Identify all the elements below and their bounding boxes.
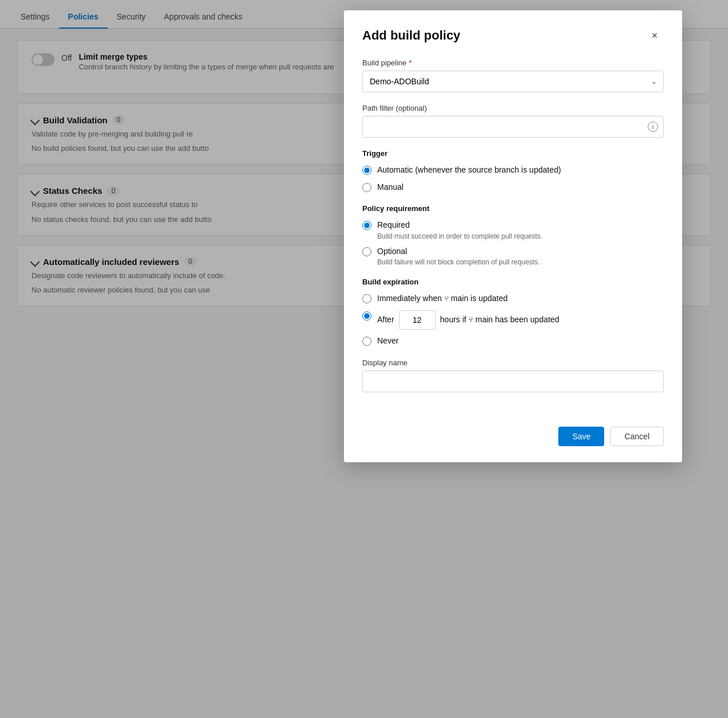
req-required-option: Required Build must succeed in order to … xyxy=(362,220,664,240)
exp-never-option: Never xyxy=(362,335,664,347)
exp-after-label-before[interactable]: After xyxy=(377,314,394,326)
dialog-close-button[interactable]: × xyxy=(645,26,664,45)
exp-immediately-option: Immediately when ⑂ main is updated xyxy=(362,293,664,305)
exp-after-option: After hours if ⑂ main has been updated xyxy=(362,310,664,330)
policy-requirement-group: Policy requirement Required Build must s… xyxy=(362,204,664,266)
branch-icon-2: ⑂ xyxy=(468,315,473,324)
exp-never-radio[interactable] xyxy=(362,337,371,346)
exp-immediately-radio[interactable] xyxy=(362,294,371,303)
req-optional-option: Optional Build failure will not block co… xyxy=(362,246,664,267)
req-optional-radio[interactable] xyxy=(362,247,371,256)
path-filter-input-wrapper: i xyxy=(362,116,664,138)
req-required-radio[interactable] xyxy=(362,221,371,230)
trigger-group: Trigger Automatic (whenever the source b… xyxy=(362,149,664,193)
trigger-auto-radio[interactable] xyxy=(362,166,371,175)
req-optional-label[interactable]: Optional xyxy=(377,246,539,257)
exp-immediately-label[interactable]: Immediately when ⑂ main is updated xyxy=(377,293,507,305)
build-expiration-group: Build expiration Immediately when ⑂ main… xyxy=(362,278,664,346)
cancel-button[interactable]: Cancel xyxy=(610,427,664,446)
req-optional-sublabel: Build failure will not block completion … xyxy=(377,258,539,266)
build-expiration-label: Build expiration xyxy=(362,278,664,286)
req-required-sublabel: Build must succeed in order to complete … xyxy=(377,232,542,240)
policy-requirement-label: Policy requirement xyxy=(362,204,664,213)
exp-never-label[interactable]: Never xyxy=(377,335,398,347)
exp-after-label-after: hours if ⑂ main has been updated xyxy=(440,314,559,326)
exp-after-radio[interactable] xyxy=(362,311,371,321)
path-filter-info-icon[interactable]: i xyxy=(648,122,658,132)
trigger-manual-option: Manual xyxy=(362,182,664,193)
save-button[interactable]: Save xyxy=(558,427,604,446)
trigger-auto-label[interactable]: Automatic (whenever the source branch is… xyxy=(377,165,561,176)
path-filter-field: Path filter (optional) i xyxy=(362,104,664,138)
dialog-title: Add build policy xyxy=(362,28,460,43)
display-name-field: Display name xyxy=(362,358,664,397)
req-required-label[interactable]: Required xyxy=(377,220,542,231)
build-pipeline-field: Build pipeline * Demo-ADOBuild ⌄ xyxy=(362,58,664,92)
build-pipeline-select[interactable]: Demo-ADOBuild xyxy=(362,71,664,92)
trigger-label: Trigger xyxy=(362,149,664,158)
build-pipeline-label: Build pipeline xyxy=(362,58,406,67)
branch-icon-1: ⑂ xyxy=(444,294,449,303)
add-build-policy-dialog: Add build policy × Build pipeline * Demo… xyxy=(344,10,682,462)
trigger-auto-option: Automatic (whenever the source branch is… xyxy=(362,165,664,176)
build-pipeline-select-wrapper: Demo-ADOBuild ⌄ xyxy=(362,71,664,92)
trigger-manual-label[interactable]: Manual xyxy=(377,182,404,193)
dialog-footer: Save Cancel xyxy=(362,415,664,446)
path-filter-label: Path filter (optional) xyxy=(362,104,427,112)
trigger-manual-radio[interactable] xyxy=(362,183,371,192)
display-name-label: Display name xyxy=(362,358,408,367)
path-filter-input[interactable] xyxy=(362,116,664,138)
display-name-input[interactable] xyxy=(362,370,664,392)
required-indicator: * xyxy=(409,58,412,67)
hours-input[interactable] xyxy=(399,310,436,330)
